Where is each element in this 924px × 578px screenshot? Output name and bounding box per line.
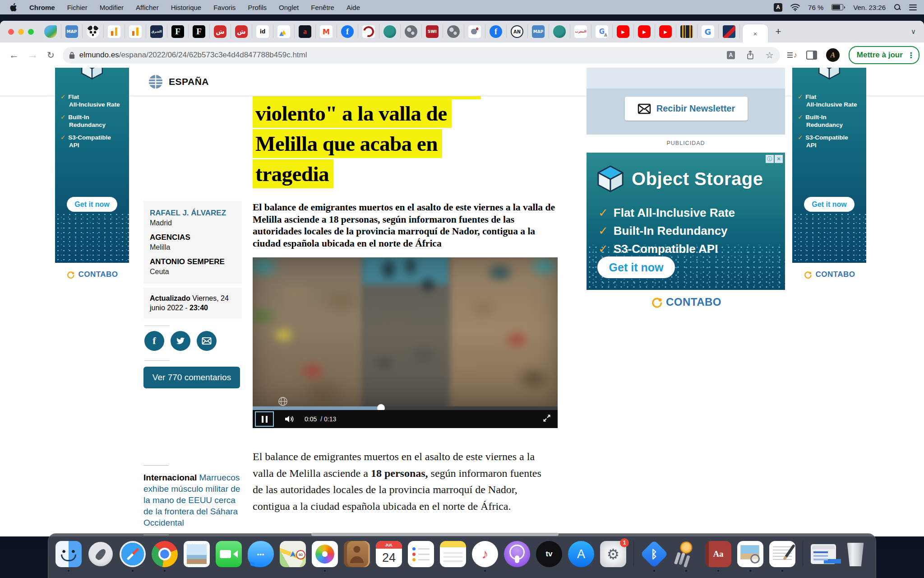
wifi-icon[interactable]: [790, 4, 800, 11]
horizontal-scrollbar-thumb[interactable]: [311, 533, 559, 536]
dock-trash[interactable]: [842, 541, 869, 567]
skyscraper-ad-left[interactable]: ✓FlatAll-Inclusive Rate✓Built-InRedundan…: [55, 68, 129, 263]
contabo-logo[interactable]: CONTABO: [587, 296, 785, 308]
active-tab[interactable]: ×: [743, 24, 768, 42]
pinned-tab-arabic-red-text[interactable]: المغرب: [570, 25, 591, 38]
pinned-tab-youtube-1[interactable]: ▶: [613, 25, 634, 38]
menubar-clock[interactable]: Ven. 23:26: [853, 4, 886, 11]
pinned-tab-youtube-2[interactable]: ▶: [634, 25, 655, 38]
dock-messages[interactable]: •••: [248, 541, 274, 567]
window-controls[interactable]: [0, 29, 40, 35]
pinned-tab-arabic-red-1[interactable]: ش: [210, 25, 231, 38]
menu-afficher[interactable]: Afficher: [136, 4, 159, 11]
pinned-tab-feather[interactable]: [40, 25, 61, 38]
dock-launchpad[interactable]: [88, 541, 114, 567]
menu-historique[interactable]: Historique: [171, 4, 202, 11]
dock-minimized-window[interactable]: [810, 541, 836, 567]
pause-button[interactable]: [255, 411, 274, 427]
menu-chrome[interactable]: Chrome: [29, 4, 55, 11]
dock-reminders[interactable]: [408, 541, 434, 567]
update-chrome-button[interactable]: Mettre à jour ⋮: [849, 46, 919, 64]
new-tab-button[interactable]: +: [772, 25, 785, 38]
dock-mail[interactable]: [184, 541, 210, 567]
menu-favoris[interactable]: Favoris: [213, 4, 236, 11]
translate-icon[interactable]: A: [727, 51, 735, 59]
ad-cta-button[interactable]: Get it now: [597, 256, 675, 278]
share-twitter-button[interactable]: [171, 331, 190, 351]
dock-dictionary[interactable]: Aa: [705, 541, 731, 567]
ad-close-icon[interactable]: ✕: [775, 155, 783, 163]
address-bar[interactable]: elmundo.es/espana/2022/06/24/62b573c3e4d…: [63, 47, 780, 64]
dock-textedit[interactable]: [769, 541, 795, 567]
dock-tv[interactable]: tv: [536, 541, 562, 567]
pinned-tab-facebook-2[interactable]: f: [485, 25, 507, 38]
share-icon[interactable]: [746, 50, 755, 60]
dock-maps[interactable]: ➤: [280, 541, 306, 567]
contabo-logo[interactable]: CONTABO: [792, 270, 866, 279]
dock-settings[interactable]: ⚙1: [600, 541, 626, 567]
share-email-button[interactable]: [197, 331, 217, 351]
ad-cta-button[interactable]: Get it now: [804, 197, 855, 212]
menu-onglet[interactable]: Onglet: [279, 4, 299, 11]
pinned-tab-elmundo[interactable]: [719, 25, 740, 38]
forward-button[interactable]: →: [28, 49, 38, 61]
tab-overflow-chevron-icon[interactable]: ∨: [911, 28, 916, 36]
pinned-tab-books[interactable]: [676, 25, 698, 38]
zoom-window-button[interactable]: [28, 29, 34, 35]
media-controls-icon[interactable]: ♪: [787, 51, 797, 59]
pinned-tab-forbes-2[interactable]: F: [189, 25, 210, 38]
pinned-tab-globe-site-2[interactable]: [443, 25, 464, 38]
back-button[interactable]: ←: [9, 49, 19, 61]
dock-notes[interactable]: [440, 541, 466, 567]
pinned-tab-id-site[interactable]: id: [252, 25, 273, 38]
chrome-menu-icon[interactable]: ⋮: [907, 51, 915, 60]
close-window-button[interactable]: [8, 29, 14, 35]
dock-keychain[interactable]: [673, 541, 699, 567]
contabo-ad[interactable]: ⓘ ✕ Object Storage ✓Flat All-Inclusive R…: [587, 153, 785, 290]
pinned-tab-facebook-1[interactable]: f: [337, 25, 358, 38]
pinned-tab-forbes-1[interactable]: F: [167, 25, 189, 38]
dock-preview[interactable]: [737, 541, 763, 567]
menu-aide[interactable]: Aide: [346, 4, 360, 11]
menu-fenêtre[interactable]: Fenêtre: [311, 4, 334, 11]
pinned-tab-map-press-2[interactable]: MAP: [528, 25, 549, 38]
side-panel-icon[interactable]: [806, 51, 817, 60]
control-center-icon[interactable]: [909, 5, 917, 10]
bookmark-star-icon[interactable]: ☆: [766, 50, 774, 61]
dock-appstore[interactable]: A: [568, 541, 594, 567]
dock-bluetooth[interactable]: ᛒ: [641, 541, 667, 567]
dock-safari[interactable]: [120, 541, 146, 567]
spotlight-icon[interactable]: [894, 4, 901, 11]
menu-profils[interactable]: Profils: [248, 4, 267, 11]
menu-modifier[interactable]: Modifier: [100, 4, 124, 11]
video-progress-bar[interactable]: [253, 406, 558, 410]
pinned-tab-analytics-1[interactable]: [104, 25, 125, 38]
close-tab-icon[interactable]: ×: [753, 30, 758, 37]
author-name[interactable]: RAFAEL J. ÁLVAREZ: [150, 209, 236, 218]
elmundo-globe-logo[interactable]: [148, 74, 163, 89]
video-player[interactable]: 0:05/ 0:13: [253, 257, 558, 428]
pinned-tab-google-ads[interactable]: ▲: [273, 25, 295, 38]
pinned-tab-red-swirl-site[interactable]: [358, 25, 379, 38]
pinned-tab-dark-a-site[interactable]: a: [295, 25, 316, 38]
section-title[interactable]: ESPAÑA: [169, 76, 209, 87]
share-facebook-button[interactable]: f: [144, 331, 164, 351]
profile-avatar[interactable]: A: [826, 48, 840, 62]
menu-fichier[interactable]: Fichier: [67, 4, 88, 11]
pinned-tab-youtube-3[interactable]: ▶: [655, 25, 676, 38]
pinned-tab-analytics-2[interactable]: [125, 25, 146, 38]
contabo-logo[interactable]: CONTABO: [55, 270, 129, 279]
pinned-tab-swissinfo[interactable]: SWI: [422, 25, 443, 38]
minimize-window-button[interactable]: [18, 29, 24, 35]
dock-calendar[interactable]: JUI.24: [376, 541, 402, 567]
ad-cta-button[interactable]: Get it now: [67, 197, 117, 212]
pinned-tab-panda[interactable]: [83, 25, 104, 38]
pinned-tab-arabic-red-2[interactable]: ش: [231, 25, 252, 38]
skyscraper-ad-right[interactable]: ✓FlatAll-Inclusive Rate✓Built-InRedundan…: [792, 68, 866, 263]
fullscreen-icon[interactable]: [542, 414, 551, 424]
dock-facetime[interactable]: [216, 541, 242, 567]
newsletter-button[interactable]: Recibir Newsletter: [625, 97, 748, 121]
dock-photos[interactable]: [312, 541, 338, 567]
comments-button[interactable]: Ver 770 comentarios: [143, 367, 240, 388]
input-source-icon[interactable]: A: [774, 3, 782, 12]
